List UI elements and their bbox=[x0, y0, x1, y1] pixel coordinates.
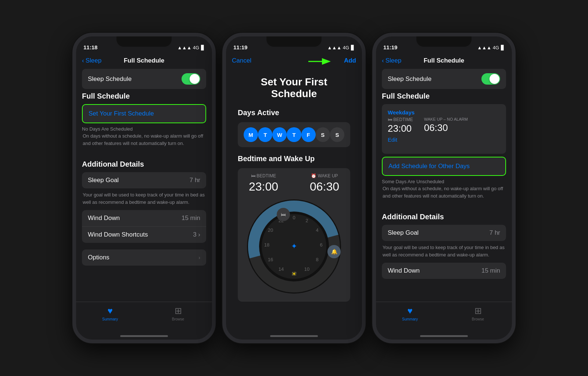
tab-browse-1[interactable]: ⊞ Browse bbox=[144, 306, 212, 321]
nav-title-3: Full Schedule bbox=[424, 57, 465, 64]
bedtime-wakeup-header: Bedtime and Wake Up bbox=[238, 155, 350, 163]
browse-tab-label-1: Browse bbox=[172, 317, 184, 321]
tab-summary-3[interactable]: ♥ Summary bbox=[376, 306, 444, 321]
schedule-wakeup-label: WAKE UP – NO ALARM bbox=[424, 117, 468, 121]
add-schedule-btn[interactable]: Add Schedule for Other Days bbox=[382, 157, 506, 176]
phone-1: 11:18 ▲▲▲ 4G ▊ ‹ Sleep Full Schedule Sle… bbox=[72, 33, 216, 343]
cancel-btn[interactable]: Cancel bbox=[232, 57, 251, 64]
nav-back-1[interactable]: ‹ Sleep bbox=[82, 57, 101, 64]
sleep-goal-value-3: 7 hr bbox=[490, 229, 500, 237]
day-circle-F[interactable]: F bbox=[301, 127, 316, 142]
back-label-3: Sleep bbox=[386, 57, 401, 64]
status-time-1: 11:18 bbox=[83, 44, 97, 50]
notch-3 bbox=[416, 36, 472, 47]
status-time-3: 11:19 bbox=[383, 44, 397, 50]
grid-icon-1: ⊞ bbox=[175, 306, 182, 316]
home-bar-2 bbox=[270, 335, 318, 337]
sleep-schedule-toggle-row-3: Sleep Schedule bbox=[382, 69, 506, 89]
days-active-header: Days Active bbox=[238, 109, 350, 117]
battery-icon-3: ▊ bbox=[501, 45, 505, 50]
wind-down-shortcuts-label: Wind Down Shortcuts bbox=[88, 231, 148, 238]
status-icons-2: ▲▲▲ 4G ▊ bbox=[327, 45, 355, 50]
weekdays-label: Weekdays bbox=[388, 109, 500, 116]
sleep-goal-value: 7 hr bbox=[190, 177, 200, 184]
sleep-schedule-label-3: Sleep Schedule bbox=[388, 75, 431, 83]
svg-text:✦: ✦ bbox=[291, 242, 297, 250]
sleep-schedule-toggle-row: Sleep Schedule bbox=[82, 69, 206, 89]
phone-2: 11:19 ▲▲▲ 4G ▊ Cancel Add Set Your First… bbox=[222, 33, 366, 343]
svg-text:6: 6 bbox=[320, 242, 322, 248]
day-circle-S[interactable]: S bbox=[316, 127, 330, 142]
bedtime-card: 🛏 BEDTIME 23:00 ⏰ WAKE UP 06:30 bbox=[238, 168, 350, 302]
svg-text:16: 16 bbox=[268, 257, 273, 262]
sleep-goal-item-3[interactable]: Sleep Goal 7 hr bbox=[382, 225, 506, 241]
home-indicator-2 bbox=[226, 332, 362, 340]
wind-down-item[interactable]: Wind Down 15 min bbox=[82, 210, 206, 227]
shortcuts-chevron: › bbox=[198, 231, 200, 238]
sleep-goal-label: Sleep Goal bbox=[88, 177, 119, 184]
day-circle-T[interactable]: T bbox=[258, 127, 272, 142]
add-arrow-indicator bbox=[306, 54, 336, 71]
notch-1 bbox=[116, 36, 172, 47]
sleep-goal-card-3: Sleep Goal 7 hr bbox=[382, 225, 506, 241]
clock-wrapper: 0 2 4 6 8 10 12 14 16 18 20 22 bbox=[238, 199, 350, 302]
screen-content-1[interactable]: Sleep Schedule Full Schedule Set Your Fi… bbox=[76, 69, 212, 302]
svg-text:0: 0 bbox=[293, 215, 295, 220]
tab-summary-1[interactable]: ♥ Summary bbox=[76, 306, 144, 321]
wind-down-card-3: Wind Down 15 min bbox=[382, 263, 506, 279]
wind-down-card: Wind Down 15 min Wind Down Shortcuts 3 › bbox=[82, 210, 206, 243]
wakeup-time: 06:30 bbox=[310, 180, 339, 194]
day-circle-W[interactable]: W bbox=[272, 127, 287, 142]
edit-link[interactable]: Edit bbox=[388, 136, 500, 143]
full-schedule-header-3: Full Schedule bbox=[382, 92, 506, 100]
sleep-schedule-toggle-3[interactable] bbox=[481, 73, 500, 85]
svg-text:14: 14 bbox=[279, 266, 284, 272]
schedule-bedtime-label: 🛏 BEDTIME bbox=[388, 117, 413, 122]
set-first-schedule-btn[interactable]: Set Your First Schedule bbox=[82, 104, 206, 123]
grid-icon-3: ⊞ bbox=[474, 306, 482, 316]
svg-text:20: 20 bbox=[268, 227, 273, 233]
toggle-knob-3 bbox=[490, 74, 499, 84]
some-days-note: On days without a schedule, no wake-up a… bbox=[382, 185, 506, 199]
add-schedule-label: Add Schedule for Other Days bbox=[388, 163, 470, 170]
nav-bar-1: ‹ Sleep Full Schedule bbox=[76, 53, 212, 69]
tab-bar-3: ♥ Summary ⊞ Browse bbox=[376, 302, 512, 332]
days-row: MTWTFSS bbox=[238, 122, 350, 147]
additional-details-header: Additional Details bbox=[82, 160, 206, 169]
sleep-schedule-toggle[interactable] bbox=[182, 73, 200, 85]
options-card: Options › bbox=[82, 249, 206, 266]
picker-nav-2: Cancel Add bbox=[226, 53, 362, 69]
status-icons-1: ▲▲▲ 4G ▊ bbox=[177, 45, 205, 50]
wind-down-shortcuts-item[interactable]: Wind Down Shortcuts 3 › bbox=[82, 227, 206, 243]
schedule-wakeup-col: WAKE UP – NO ALARM 06:30 bbox=[424, 117, 468, 134]
bedtime-label: 🛏 BEDTIME bbox=[249, 173, 278, 178]
back-chevron-3: ‹ bbox=[382, 57, 384, 64]
sleep-schedule-label: Sleep Schedule bbox=[88, 75, 132, 83]
clock-svg: 0 2 4 6 8 10 12 14 16 18 20 22 bbox=[246, 199, 342, 294]
signal-icon-3: ▲▲▲ 4G bbox=[477, 45, 499, 50]
tab-browse-3[interactable]: ⊞ Browse bbox=[444, 306, 512, 321]
screen-content-2[interactable]: Set Your First Schedule Days Active MTWT… bbox=[226, 69, 362, 332]
home-bar-1 bbox=[120, 335, 168, 337]
options-item[interactable]: Options › bbox=[82, 249, 206, 266]
bedtime-time: 23:00 bbox=[249, 180, 278, 194]
wind-down-item-3[interactable]: Wind Down 15 min bbox=[382, 263, 506, 279]
screen-content-3[interactable]: Sleep Schedule Full Schedule Weekdays 🛏 … bbox=[376, 69, 512, 302]
bedtime-section: Bedtime and Wake Up 🛏 BEDTIME 23:00 ⏰ WA… bbox=[232, 155, 356, 302]
schedule-bedtime-time: 23:00 bbox=[388, 123, 413, 134]
status-time-2: 11:19 bbox=[233, 44, 247, 50]
wind-down-value-3: 15 min bbox=[481, 267, 500, 274]
full-schedule-header: Full Schedule bbox=[82, 92, 206, 100]
svg-text:🔔: 🔔 bbox=[331, 249, 338, 255]
options-chevron: › bbox=[198, 255, 200, 260]
day-circle-T[interactable]: T bbox=[287, 127, 301, 142]
add-btn[interactable]: Add bbox=[344, 57, 356, 64]
nav-back-3[interactable]: ‹ Sleep bbox=[382, 57, 401, 64]
sleep-goal-item[interactable]: Sleep Goal 7 hr bbox=[82, 172, 206, 188]
signal-icon-2: ▲▲▲ 4G bbox=[327, 45, 349, 50]
weekdays-schedule-card[interactable]: Weekdays 🛏 BEDTIME 23:00 WAKE UP – NO AL… bbox=[382, 104, 506, 154]
no-days-note: On days without a schedule, no wake-up a… bbox=[82, 132, 206, 147]
browse-tab-label-3: Browse bbox=[472, 317, 484, 321]
day-circle-M[interactable]: M bbox=[244, 127, 258, 142]
day-circle-S[interactable]: S bbox=[330, 127, 344, 142]
